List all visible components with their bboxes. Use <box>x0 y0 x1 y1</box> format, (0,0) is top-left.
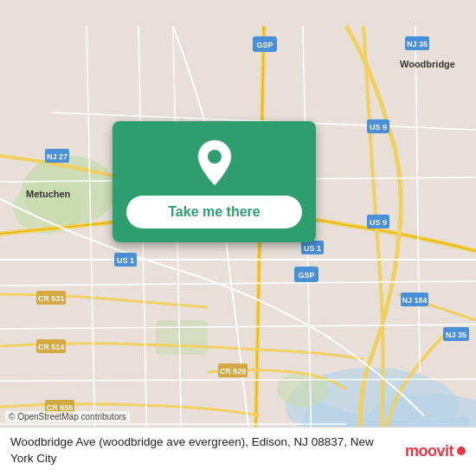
info-bar: Woodbridge Ave (woodbridge ave evergreen… <box>0 427 476 476</box>
svg-text:CR 514: CR 514 <box>38 343 65 351</box>
take-me-there-button[interactable]: Take me there <box>126 196 302 228</box>
svg-text:NJ 35: NJ 35 <box>446 331 466 339</box>
svg-text:US 9: US 9 <box>370 123 387 132</box>
location-pin-icon <box>194 138 235 187</box>
svg-text:GSP: GSP <box>298 271 314 280</box>
moovit-brand-text: moovit <box>405 442 453 460</box>
svg-rect-5 <box>156 320 208 355</box>
svg-text:Woodbridge: Woodbridge <box>400 59 455 69</box>
info-text: Woodbridge Ave (woodbridge ave evergreen… <box>10 434 395 467</box>
moovit-logo-dot <box>457 447 466 455</box>
location-card: Take me there <box>113 121 316 242</box>
svg-text:US 1: US 1 <box>304 244 321 253</box>
svg-text:CR 629: CR 629 <box>220 367 247 376</box>
svg-text:CR 531: CR 531 <box>38 294 65 303</box>
svg-point-52 <box>208 150 222 164</box>
svg-text:NJ 27: NJ 27 <box>47 152 68 161</box>
location-title: Woodbridge Ave (woodbridge ave evergreen… <box>10 434 395 467</box>
svg-text:US 1: US 1 <box>117 256 134 265</box>
svg-text:NJ 35: NJ 35 <box>407 40 428 48</box>
svg-text:GSP: GSP <box>256 41 273 49</box>
osm-attribution: © OpenStreetMap contributors <box>5 411 130 422</box>
svg-text:US 9: US 9 <box>370 218 387 227</box>
moovit-logo: moovit <box>405 442 466 460</box>
map-container: GSP US 1 US 1 NJ 35 NJ 27 US 9 US 9 GSP … <box>0 0 476 476</box>
svg-text:NJ 184: NJ 184 <box>402 296 427 305</box>
svg-text:Metuchen: Metuchen <box>26 189 71 199</box>
